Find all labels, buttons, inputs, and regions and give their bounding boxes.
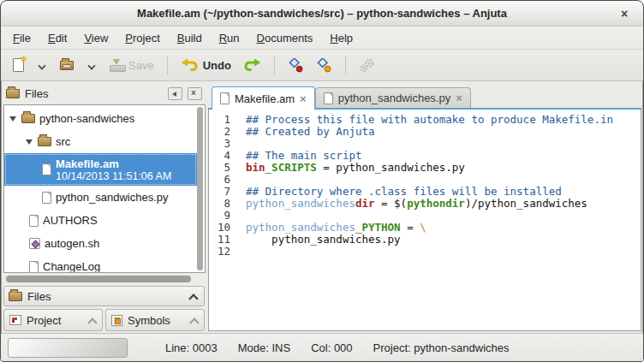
undo-label: Undo [203,59,231,72]
tree-row-python-sandwiches-py[interactable]: python_sandwiches.py [4,186,205,209]
file-tree[interactable]: python-sandwiches src Makefile.am 10/14/… [3,104,206,273]
file-icon [42,192,51,204]
titlebar: Makefile.am (~/python-sandwiches/src) – … [1,1,643,27]
code-text: python_sandwiches.py [246,233,401,246]
left-dock: Files × python-sandwiches src [3,83,206,331]
status-project: Project: python-sandwiches [373,341,510,354]
menu-edit[interactable]: Edit [39,28,75,48]
tree-label: Makefile.am [56,157,171,170]
tree-row-python-sandwiches[interactable]: python-sandwiches [4,107,205,130]
file-icon [42,163,51,175]
line-number: 7 [209,186,230,198]
script-icon [29,238,40,249]
code-text: PYTHON [361,221,400,234]
line-number: 11 [209,234,230,246]
code-text: = [401,221,420,234]
code-text: ## Created by Anjuta [246,125,375,138]
statusbar: Line: 0003 Mode: INS Col: 000 Project: p… [1,333,643,361]
preferences-button[interactable] [354,55,381,76]
close-icon[interactable]: × [456,92,462,104]
project-tab-label: Project [27,314,83,327]
status-mode: Mode: INS [238,341,290,354]
symbols-tab-button[interactable]: Symbols [105,309,205,331]
scrollbar-thumb[interactable] [197,107,203,270]
window-title: Makefile.am (~/python-sandwiches/src) – … [137,7,507,20]
line-number: 5 [209,162,230,174]
window-close-button[interactable]: × [616,5,633,22]
menu-project[interactable]: Project [116,28,168,48]
symbols-icon [111,315,122,326]
code-line: 6 [209,174,641,186]
tree-row-authors[interactable]: AUTHORS [4,209,205,232]
files-shelf-label: Files [27,290,184,303]
navigate-forward-button[interactable] [311,55,337,76]
close-icon: × [621,7,628,21]
tree-row-autogen-sh[interactable]: autogen.sh [4,232,205,255]
close-icon[interactable]: × [300,93,307,104]
code-line: 7 ## Directory where .class files will b… [209,186,641,198]
line-number: 4 [209,150,230,162]
folder-icon [9,292,22,301]
tab-makefile-am[interactable]: Makefile.am × [212,86,315,110]
code-line: 1 ## Process this file with automake to … [209,114,641,126]
toolbar-separator [274,56,275,74]
tree-label: src [56,135,70,148]
menu-documents[interactable]: Documents [248,28,322,48]
dock-close-button[interactable]: × [188,87,202,100]
code-text: python_sandwiches [246,221,355,234]
line-number: 12 [209,246,230,258]
new-file-dropdown[interactable] [31,58,53,72]
code-editor[interactable]: 1 ## Process this file with automake to … [208,108,641,331]
code-line: 3 [209,138,641,150]
menu-build[interactable]: Build [169,28,211,48]
tree-file-date: 10/14/2013 11:51:06 AM [56,170,171,182]
code-line: 12 [209,246,641,258]
menu-file[interactable]: File [4,28,39,48]
dock-bottom-tabs: Project Symbols [3,309,205,331]
open-file-button[interactable] [55,57,79,74]
undo-icon [181,58,199,72]
line-number: 3 [209,138,230,150]
open-file-dropdown[interactable] [80,58,103,72]
tree-row-changelog[interactable]: ChangeLog [4,255,205,273]
menu-run[interactable]: Run [211,28,248,48]
tree-vertical-scrollbar[interactable] [197,107,203,270]
toolbar-separator [167,56,168,74]
tree-label: python_sandwiches.py [56,191,169,204]
code-text: pythondir [407,197,465,210]
files-shelf-button[interactable]: Files [3,286,205,306]
undo-button[interactable]: Undo [176,55,236,75]
code-text: ## The main script [246,149,361,162]
dock-detach-button[interactable] [168,87,182,100]
save-icon [110,59,124,72]
tree-horizontal-scrollbar[interactable] [6,276,197,282]
tab-python-sandwiches-py[interactable]: python_sandwiches.py × [315,87,471,108]
gears-icon [359,58,376,73]
tree-row-src[interactable]: src [4,130,205,153]
tree-row-makefile-am-selected[interactable]: Makefile.am 10/14/2013 11:51:06 AM [4,153,197,186]
code-text: = python_sandwiches.py [317,161,465,174]
navigate-back-button[interactable] [283,55,309,76]
new-file-button[interactable] [8,55,29,75]
chevron-down-icon [88,62,95,68]
save-button[interactable]: Save [104,56,159,75]
menu-view[interactable]: View [75,28,116,48]
menu-help[interactable]: Help [321,28,361,48]
triangle-down-icon[interactable] [9,116,17,122]
document-icon [220,92,230,104]
project-tab-button[interactable]: Project [3,309,103,331]
files-panel-header: Files × [3,83,206,104]
toolbar-separator [345,56,346,74]
redo-icon [243,58,261,72]
triangle-down-icon[interactable] [26,139,33,145]
anjuta-window: Makefile.am (~/python-sandwiches/src) – … [0,0,644,362]
scrollbar-thumb[interactable] [6,276,191,282]
editor-tabbar: Makefile.am × python_sandwiches.py × [208,83,641,108]
code-line: 5 bin_SCRIPTS = python_sandwiches.py [209,162,641,174]
tree-label: python-sandwiches [39,112,134,125]
files-panel-title: Files [25,87,163,100]
save-label: Save [128,59,154,72]
code-line: 11 python_sandwiches.py [209,234,641,246]
redo-button[interactable] [238,55,266,75]
toolbar: Save Undo [1,50,643,81]
